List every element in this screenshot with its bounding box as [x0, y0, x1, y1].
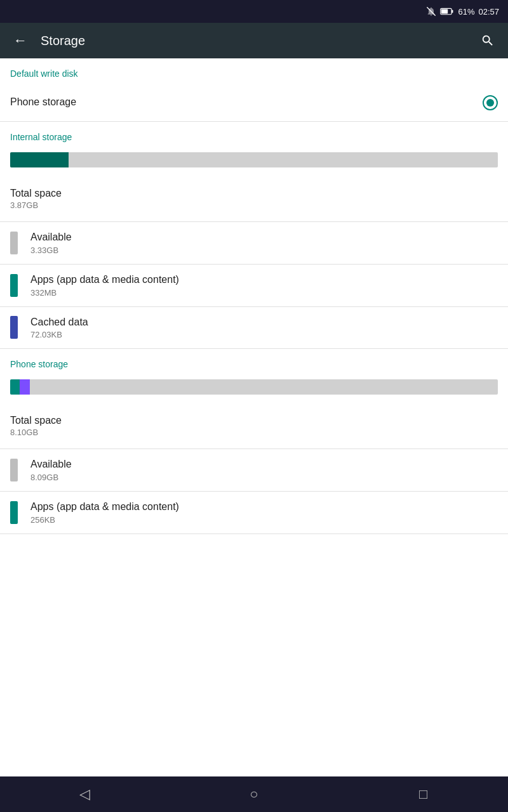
phone-available-label: Available — [30, 458, 498, 471]
nav-recents-button[interactable]: □ — [408, 779, 439, 809]
battery-percentage: 61% — [458, 7, 474, 16]
internal-total-space-row: Total space 3.87GB — [0, 178, 508, 214]
phone-total-value: 8.10GB — [10, 428, 498, 437]
internal-cached-value: 72.03KB — [30, 330, 498, 339]
page-title: Storage — [41, 34, 467, 48]
phone-storage-radio[interactable] — [483, 95, 498, 110]
app-bar: ← Storage — [0, 23, 508, 58]
internal-total-label: Total space — [10, 188, 498, 199]
phone-storage-text: Phone storage — [10, 96, 483, 109]
internal-total-value: 3.87GB — [10, 200, 498, 210]
phone-available-text: Available 8.09GB — [30, 458, 498, 482]
internal-storage-bar — [10, 152, 498, 167]
nav-back-button[interactable]: ◁ — [69, 779, 100, 809]
phone-bar-teal — [10, 379, 20, 395]
internal-cached-row[interactable]: Cached data 72.03KB — [0, 307, 508, 350]
apps-color-phone — [10, 501, 18, 524]
phone-bar-purple — [20, 379, 29, 395]
phone-total-label: Total space — [10, 415, 498, 426]
status-icons: 61% 02:57 — [426, 6, 499, 16]
cached-color-internal — [10, 316, 18, 339]
battery-icon — [440, 6, 454, 16]
back-button[interactable]: ← — [10, 30, 30, 51]
internal-available-value: 3.33GB — [30, 246, 498, 255]
phone-storage-option[interactable]: Phone storage — [0, 84, 508, 122]
internal-available-row[interactable]: Available 3.33GB — [0, 222, 508, 265]
available-color-phone — [10, 459, 18, 481]
phone-storage-section-header: Phone storage — [0, 349, 508, 374]
phone-apps-row[interactable]: Apps (app data & media content) 256KB — [0, 492, 508, 534]
default-write-disk-header: Default write disk — [0, 58, 508, 84]
internal-available-label: Available — [30, 231, 498, 244]
available-color-internal — [10, 232, 18, 254]
phone-available-row[interactable]: Available 8.09GB — [0, 449, 508, 492]
phone-storage-label: Phone storage — [10, 96, 483, 109]
phone-apps-label: Apps (app data & media content) — [30, 501, 498, 514]
internal-bar-used — [10, 152, 69, 167]
internal-available-text: Available 3.33GB — [30, 231, 498, 255]
status-bar: 61% 02:57 — [0, 0, 508, 23]
apps-color-internal — [10, 274, 18, 297]
clock: 02:57 — [478, 7, 499, 16]
phone-apps-text: Apps (app data & media content) 256KB — [30, 501, 498, 525]
svg-rect-2 — [441, 9, 448, 13]
internal-apps-label: Apps (app data & media content) — [30, 273, 498, 287]
internal-apps-row[interactable]: Apps (app data & media content) 332MB — [0, 265, 508, 307]
phone-available-value: 8.09GB — [30, 473, 498, 482]
svg-rect-3 — [451, 10, 453, 13]
phone-apps-value: 256KB — [30, 515, 498, 525]
phone-total-space-row: Total space 8.10GB — [0, 405, 508, 441]
phone-storage-bar — [10, 379, 498, 395]
internal-storage-header: Internal storage — [0, 122, 508, 147]
radio-inner — [486, 99, 494, 107]
internal-cached-text: Cached data 72.03KB — [30, 316, 498, 340]
content-area: Default write disk Phone storage Interna… — [0, 58, 508, 776]
internal-apps-value: 332MB — [30, 288, 498, 298]
nav-bar: ◁ ○ □ — [0, 776, 508, 812]
internal-apps-text: Apps (app data & media content) 332MB — [30, 273, 498, 298]
internal-cached-label: Cached data — [30, 316, 498, 329]
nav-home-button[interactable]: ○ — [239, 779, 269, 809]
notification-icon — [426, 6, 436, 16]
search-button[interactable] — [478, 30, 498, 51]
